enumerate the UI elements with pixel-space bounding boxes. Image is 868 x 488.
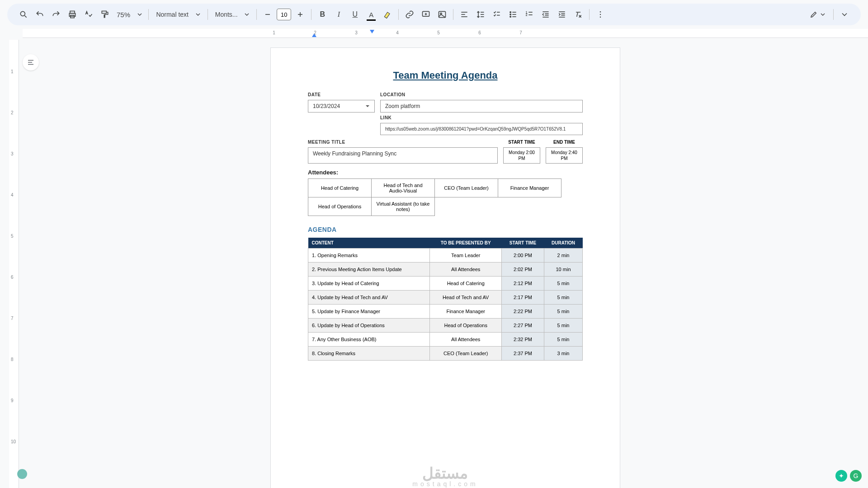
italic-icon[interactable]: I [331,7,346,22]
decrease-font-icon[interactable] [260,7,275,22]
agenda-content[interactable]: 7. Any Other Business (AOB) [308,333,430,347]
agenda-duration[interactable]: 3 min [544,347,583,361]
add-comment-icon[interactable] [419,7,433,22]
agenda-table[interactable]: CONTENT TO BE PRESENTED BY START TIME DU… [308,238,583,361]
agenda-content[interactable]: 6. Update by Head of Operations [308,319,430,333]
ruler-tick: 1 [273,30,275,35]
decrease-indent-icon[interactable] [538,7,553,22]
document-scroll-area[interactable]: Team Meeting Agenda DATE LOCATION 10/23/… [23,40,868,488]
highlight-icon[interactable] [380,7,395,22]
bullet-list-icon[interactable] [506,7,520,22]
agenda-start[interactable]: 2:22 PM [502,305,544,319]
agenda-presenter[interactable]: CEO (Team Leader) [430,347,502,361]
grammarly-badge-2[interactable]: G [850,470,862,482]
agenda-row[interactable]: 8. Closing RemarksCEO (Team Leader)2:37 … [308,347,583,361]
collapse-toolbar-icon[interactable] [837,7,852,22]
agenda-duration[interactable]: 2 min [544,249,583,263]
agenda-presenter[interactable]: All Attendees [430,263,502,277]
agenda-presenter[interactable]: Head of Operations [430,319,502,333]
search-icon[interactable] [16,7,31,22]
agenda-presenter[interactable]: Team Leader [430,249,502,263]
agenda-presenter[interactable]: Finance Manager [430,305,502,319]
agenda-content[interactable]: 5. Update by Finance Manager [308,305,430,319]
horizontal-ruler[interactable]: 1234567 [23,29,868,38]
document-title[interactable]: Team Meeting Agenda [308,70,583,81]
attendees-table[interactable]: Head of CateringHead of Tech and Audio-V… [308,178,561,216]
agenda-duration[interactable]: 10 min [544,263,583,277]
agenda-duration[interactable]: 5 min [544,291,583,305]
increase-font-icon[interactable] [293,7,307,22]
attendee-cell[interactable]: CEO (Team Leader) [435,179,498,197]
attendee-cell[interactable]: Finance Manager [498,179,561,197]
checklist-icon[interactable] [490,7,504,22]
date-value: 10/23/2024 [313,103,340,109]
agenda-start[interactable]: 2:17 PM [502,291,544,305]
agenda-start[interactable]: 2:32 PM [502,333,544,347]
align-icon[interactable] [457,7,472,22]
end-time-value[interactable]: Monday 2:40 PM [546,147,583,164]
editing-mode-button[interactable] [805,10,830,19]
agenda-row[interactable]: 1. Opening RemarksTeam Leader2:00 PM2 mi… [308,249,583,263]
agenda-row[interactable]: 5. Update by Finance ManagerFinance Mana… [308,305,583,319]
undo-icon[interactable] [33,7,47,22]
agenda-content[interactable]: 1. Opening Remarks [308,249,430,263]
attendee-cell[interactable]: Virtual Assistant (to take notes) [372,197,435,216]
underline-icon[interactable]: U [348,7,362,22]
text-color-icon[interactable]: A [364,7,378,22]
bottom-left-badge[interactable] [17,469,27,479]
separator [311,9,311,20]
agenda-presenter[interactable]: Head of Tech and AV [430,291,502,305]
attendee-cell[interactable]: Head of Operations [308,197,372,216]
agenda-content[interactable]: 4. Update by Head of Tech and AV [308,291,430,305]
agenda-content[interactable]: 3. Update by Head of Catering [308,277,430,291]
agenda-row[interactable]: 2. Previous Meeting Action Items UpdateA… [308,263,583,277]
link-field[interactable]: https://us05web.zoom.us/j/83008612041?pw… [380,123,583,135]
numbered-list-icon[interactable]: 12 [522,7,537,22]
insert-image-icon[interactable] [435,7,449,22]
agenda-row[interactable]: 7. Any Other Business (AOB)All Attendees… [308,333,583,347]
agenda-presenter[interactable]: Head of Catering [430,277,502,291]
agenda-start[interactable]: 2:37 PM [502,347,544,361]
clear-format-icon[interactable] [571,7,585,22]
agenda-content[interactable]: 2. Previous Meeting Action Items Update [308,263,430,277]
spellcheck-icon[interactable] [81,7,96,22]
agenda-duration[interactable]: 5 min [544,319,583,333]
agenda-content[interactable]: 8. Closing Remarks [308,347,430,361]
paint-format-icon[interactable] [98,7,112,22]
start-time-value[interactable]: Monday 2:00 PM [503,147,540,164]
agenda-duration[interactable]: 5 min [544,277,583,291]
attendee-cell[interactable]: Head of Catering [308,179,372,197]
agenda-duration[interactable]: 5 min [544,305,583,319]
location-field[interactable]: Zoom platform [380,100,583,113]
line-spacing-icon[interactable] [473,7,488,22]
agenda-row[interactable]: 3. Update by Head of CateringHead of Cat… [308,277,583,291]
print-icon[interactable] [65,7,80,22]
agenda-duration[interactable]: 5 min [544,333,583,347]
increase-indent-icon[interactable] [555,7,569,22]
font-select[interactable]: Monts... [212,11,253,18]
vertical-ruler[interactable]: 12345678910 [9,40,19,488]
agenda-row[interactable]: 4. Update by Head of Tech and AVHead of … [308,291,583,305]
font-size-input[interactable] [277,9,291,20]
grammarly-badge-1[interactable]: ✦ [835,470,847,482]
document-page[interactable]: Team Meeting Agenda DATE LOCATION 10/23/… [271,48,620,488]
svg-point-44 [600,17,601,18]
agenda-start[interactable]: 2:27 PM [502,319,544,333]
agenda-presenter[interactable]: All Attendees [430,333,502,347]
dropdown-icon[interactable] [365,104,370,108]
redo-icon[interactable] [49,7,63,22]
bold-icon[interactable]: B [315,7,330,22]
meeting-title-field[interactable]: Weekly Fundraising Planning Sync [308,147,498,164]
zoom-select[interactable]: 75% [114,11,145,19]
insert-link-icon[interactable] [402,7,417,22]
agenda-row[interactable]: 6. Update by Head of OperationsHead of O… [308,319,583,333]
agenda-start[interactable]: 2:02 PM [502,263,544,277]
attendee-cell[interactable]: Head of Tech and Audio-Visual [372,179,435,197]
paragraph-style-select[interactable]: Normal text [152,11,203,18]
left-indent-marker[interactable] [370,30,374,33]
agenda-start[interactable]: 2:12 PM [502,277,544,291]
more-icon[interactable] [593,7,608,22]
agenda-start[interactable]: 2:00 PM [502,249,544,263]
date-field[interactable]: 10/23/2024 [308,100,375,113]
end-time-label: END TIME [546,140,583,145]
